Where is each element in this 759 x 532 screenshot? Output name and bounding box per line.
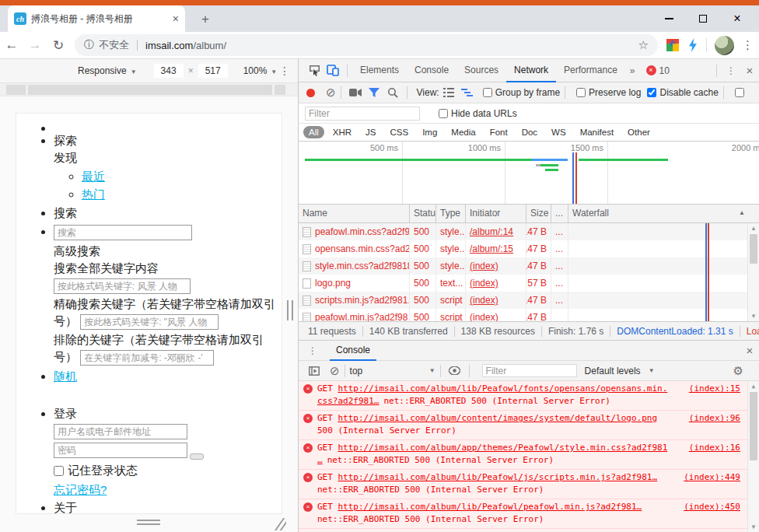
- type-filter-pill[interactable]: Img: [417, 126, 442, 138]
- console-url-link[interactable]: http://imsail.com/album/content/images/s…: [338, 413, 658, 423]
- browser-menu-icon[interactable]: ⋮: [742, 38, 753, 52]
- use-large-rows-icon[interactable]: [439, 83, 458, 102]
- preserve-log-checkbox[interactable]: Preserve log: [576, 87, 641, 98]
- username-field[interactable]: [54, 424, 187, 439]
- column-header-waterfall[interactable]: Waterfall▲: [568, 205, 759, 222]
- request-row[interactable]: peafowl.min.js?ad2f98 500 script (index)…: [299, 309, 759, 321]
- console-source-link[interactable]: (index):449: [684, 471, 740, 484]
- devtools-tab[interactable]: Sources: [456, 59, 506, 82]
- type-filter-pill[interactable]: Other: [622, 126, 656, 138]
- viewport-resize-handle-bottom[interactable]: [137, 520, 160, 525]
- console-url-link-continued[interactable]: css?ad2f981…: [317, 396, 379, 406]
- initiator-link[interactable]: (index): [470, 261, 498, 271]
- tab-console[interactable]: Console: [330, 340, 376, 361]
- device-toolbar-toggle-icon[interactable]: [324, 61, 342, 80]
- checkbox[interactable]: [439, 109, 448, 118]
- viewport-resize-handle-corner[interactable]: [274, 518, 286, 530]
- back-button[interactable]: ←: [0, 37, 23, 53]
- clear-network-log-icon[interactable]: ⊘: [326, 86, 336, 100]
- request-row[interactable]: opensans.min.css?ad2f... 500 style... /a…: [299, 240, 759, 257]
- type-filter-pill[interactable]: Manifest: [575, 126, 619, 138]
- address-bar[interactable]: ⓘ 不安全 imsail.com/album/ ☆: [75, 34, 658, 56]
- reload-button[interactable]: ↻: [47, 37, 70, 54]
- offline-checkbox[interactable]: [735, 88, 744, 97]
- type-filter-pill[interactable]: Media: [446, 126, 481, 138]
- lightning-extension-icon[interactable]: [687, 38, 698, 52]
- type-filter-pill[interactable]: CSS: [384, 126, 414, 138]
- password-field[interactable]: [54, 443, 187, 458]
- console-url-link-continued[interactable]: …: [317, 455, 323, 465]
- inspect-element-icon[interactable]: [305, 61, 324, 80]
- exact-keywords-input[interactable]: [80, 314, 219, 330]
- console-source-link[interactable]: (index):450: [684, 501, 740, 513]
- keywords-input[interactable]: [54, 278, 191, 294]
- show-overview-icon[interactable]: [458, 83, 477, 102]
- log-levels-select[interactable]: Default levels ▼: [585, 366, 655, 376]
- group-by-frame-checkbox[interactable]: Group by frame: [483, 87, 560, 98]
- window-minimize-button[interactable]: [652, 5, 686, 32]
- console-sidebar-toggle-icon[interactable]: [305, 362, 324, 380]
- devtools-split-handle[interactable]: [287, 300, 293, 320]
- request-row[interactable]: scripts.min.js?ad2f981... 500 script (in…: [299, 292, 759, 309]
- more-tabs-icon[interactable]: »: [625, 65, 640, 76]
- remember-me-checkbox[interactable]: [54, 466, 64, 476]
- error-count-badge[interactable]: × 10: [646, 65, 670, 76]
- initiator-link[interactable]: (index): [470, 295, 498, 306]
- viewport-height-input[interactable]: [198, 64, 228, 78]
- devtools-tab[interactable]: Network: [506, 59, 556, 82]
- console-error-message[interactable]: × GET http://imsail.com/album/lib/Peafow…: [299, 381, 759, 411]
- type-filter-pill[interactable]: WS: [546, 126, 572, 138]
- clear-console-icon[interactable]: ⊘: [330, 364, 340, 378]
- type-filter-pill[interactable]: Font: [484, 126, 513, 138]
- initiator-link[interactable]: (index): [470, 312, 498, 321]
- random-link[interactable]: 随机: [54, 369, 77, 383]
- devtools-tab[interactable]: Performance: [556, 59, 625, 82]
- requests-scrollbar[interactable]: ▲ ▼: [747, 223, 759, 321]
- console-error-message[interactable]: × GET http://imsail.com/album/lib/Peafow…: [299, 470, 759, 499]
- column-header-name[interactable]: Name: [299, 205, 410, 222]
- capture-screenshots-icon[interactable]: [346, 83, 365, 102]
- device-type-select[interactable]: Responsive▼: [78, 65, 137, 76]
- checkbox[interactable]: [483, 88, 492, 97]
- console-url-link[interactable]: http://imsail.com/album/lib/Peafowl/font…: [338, 383, 668, 394]
- type-filter-pill[interactable]: XHR: [327, 126, 357, 138]
- browser-tab[interactable]: ch 搏浪号相册 - 搏浪号相册 ×: [8, 5, 185, 32]
- live-expression-eye-icon[interactable]: [446, 362, 464, 380]
- console-source-link[interactable]: (index):15: [689, 383, 740, 395]
- page-info-icon[interactable]: ⓘ: [84, 38, 94, 52]
- scroll-down-icon[interactable]: ▼: [748, 523, 759, 530]
- console-source-link[interactable]: (index):16: [689, 442, 740, 454]
- search-icon[interactable]: [383, 83, 402, 102]
- execution-context-select[interactable]: top ▼: [350, 366, 435, 376]
- checkbox[interactable]: [576, 88, 586, 97]
- forgot-password-link[interactable]: 忘记密码?: [54, 483, 107, 496]
- device-toolbar-menu-icon[interactable]: ⋮: [279, 65, 290, 77]
- search-input[interactable]: [54, 225, 192, 240]
- console-error-message[interactable]: × GET http://imsail.com/album/app/themes…: [299, 440, 759, 470]
- devtools-close-button[interactable]: ×: [740, 61, 759, 80]
- hide-data-urls-checkbox[interactable]: Hide data URLs: [439, 108, 517, 119]
- devtools-tab[interactable]: Elements: [352, 59, 407, 82]
- network-filter-input[interactable]: [305, 107, 420, 121]
- column-header-size[interactable]: Size: [526, 205, 551, 222]
- type-filter-pill[interactable]: Doc: [516, 126, 543, 138]
- viewport-width-input[interactable]: [154, 64, 184, 78]
- column-header-extra[interactable]: ...: [551, 205, 568, 222]
- record-network-log-button[interactable]: [306, 89, 315, 97]
- console-settings-gear-icon[interactable]: ⚙: [733, 364, 743, 378]
- initiator-link[interactable]: /album/:14: [470, 226, 513, 237]
- window-close-button[interactable]: ×: [720, 5, 754, 32]
- login-submit-button[interactable]: [190, 453, 204, 460]
- type-filter-pill[interactable]: JS: [360, 126, 381, 138]
- scrollbar-thumb[interactable]: [750, 234, 757, 264]
- scrollbar-thumb[interactable]: [750, 392, 757, 460]
- recent-link[interactable]: 最近: [82, 170, 105, 183]
- forward-button[interactable]: →: [23, 37, 47, 53]
- console-filter-input[interactable]: [482, 364, 577, 377]
- console-source-link[interactable]: (index):96: [689, 412, 740, 425]
- trending-link[interactable]: 热门: [82, 187, 105, 201]
- drawer-close-button[interactable]: ×: [740, 341, 759, 360]
- tab-close-icon[interactable]: ×: [173, 12, 179, 25]
- bookmark-star-icon[interactable]: ☆: [638, 38, 649, 52]
- column-header-initiator[interactable]: Initiator: [466, 205, 526, 222]
